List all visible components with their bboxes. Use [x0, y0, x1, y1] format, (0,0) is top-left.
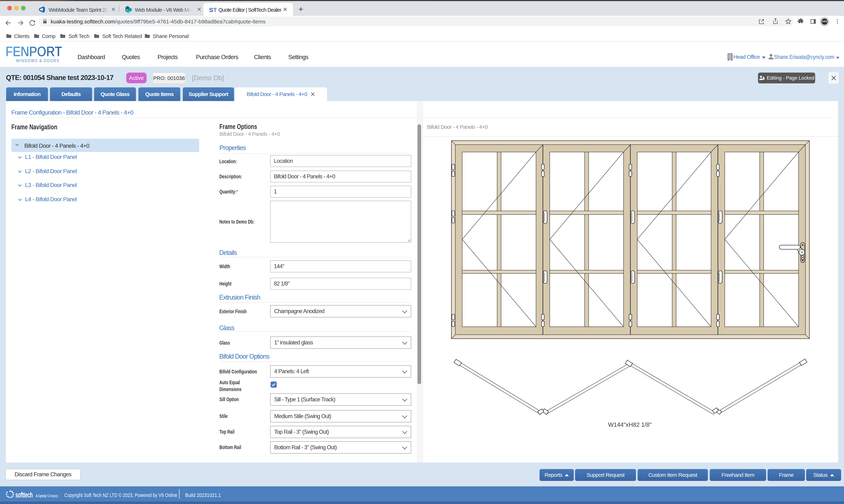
svg-text:W144"xH82 1/8": W144"xH82 1/8": [608, 421, 652, 428]
svg-text:s: s: [126, 8, 128, 11]
